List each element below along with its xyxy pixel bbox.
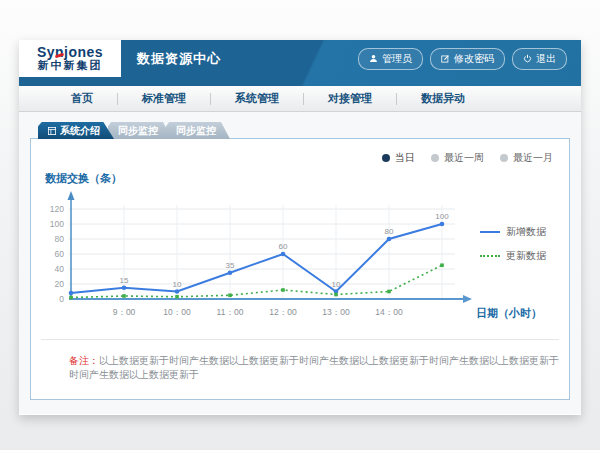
data-point xyxy=(228,270,233,275)
x-tick-label: 10：00 xyxy=(163,307,191,317)
tab-bar: 系统介绍同步监控同步监控 xyxy=(30,112,570,139)
radio-label: 当日 xyxy=(395,151,415,165)
data-point-label: 10 xyxy=(332,280,341,289)
nav-item[interactable]: 数据异动 xyxy=(397,91,489,106)
radio-最近一周[interactable]: 最近一周 xyxy=(431,151,484,165)
logo-text-en: Synjones xyxy=(37,45,103,59)
y-axis-title: 数据交换（条） xyxy=(45,171,122,186)
data-point xyxy=(122,294,126,298)
data-point xyxy=(175,289,180,294)
tab-label: 同步监控 xyxy=(118,124,158,138)
y-tick-label: 0 xyxy=(59,294,64,304)
x-tick-label: 11：00 xyxy=(217,307,244,317)
x-tick-label: 12：00 xyxy=(269,307,297,317)
legend-line-icon xyxy=(480,255,500,257)
y-tick-label: 60 xyxy=(55,249,65,259)
x-axis-title: 日期（小时） xyxy=(476,306,542,321)
header-actions: 管理员修改密码退出 xyxy=(358,40,567,77)
logo-text-cn: 新中新集团 xyxy=(38,59,103,72)
data-point xyxy=(175,295,179,299)
legend-label: 更新数据 xyxy=(506,249,546,263)
y-tick-label: 20 xyxy=(55,279,65,289)
legend-label: 新增数据 xyxy=(506,225,546,239)
data-point xyxy=(281,288,285,292)
button-label: 退出 xyxy=(536,52,556,66)
logo: Synjones 新中新集团 xyxy=(19,40,121,77)
page-title: 数据资源中心 xyxy=(137,40,221,77)
data-point xyxy=(387,290,391,294)
chart-row: 0204060801001209：0010：0011：0012：0013：001… xyxy=(35,187,565,329)
app-window: Synjones 新中新集团 数据资源中心 管理员修改密码退出 首页标准管理系统… xyxy=(19,40,581,415)
x-tick-label: 14：00 xyxy=(375,307,403,317)
admin-button[interactable]: 管理员 xyxy=(358,48,423,70)
legend-item: 更新数据 xyxy=(480,249,546,263)
footnote: 备注：以上数据更新于时间产生数据以上数据更新于时间产生数据以上数据更新于时间产生… xyxy=(41,339,559,382)
footnote-prefix: 备注： xyxy=(69,355,99,366)
data-point xyxy=(69,296,73,300)
main-nav: 首页标准管理系统管理对接管理数据异动 xyxy=(19,86,581,112)
time-range-filter: 当日最近一周最近一月 xyxy=(382,151,553,165)
data-point-label: 80 xyxy=(385,227,394,236)
radio-dot-icon xyxy=(382,154,390,162)
footnote-text: 以上数据更新于时间产生数据以上数据更新于时间产生数据以上数据更新于时间产生数据以… xyxy=(69,355,559,380)
data-point-label: 10 xyxy=(173,280,182,289)
data-point xyxy=(334,293,338,297)
radio-当日[interactable]: 当日 xyxy=(382,151,415,165)
data-point xyxy=(69,291,74,296)
change-password-button[interactable]: 修改密码 xyxy=(430,48,505,70)
x-axis-arrow-icon xyxy=(463,295,472,303)
radio-label: 最近一月 xyxy=(513,151,553,165)
power-icon xyxy=(523,54,532,63)
y-tick-label: 100 xyxy=(50,219,64,229)
nav-item[interactable]: 对接管理 xyxy=(304,91,396,106)
data-point-label: 15 xyxy=(120,276,129,285)
data-point xyxy=(122,285,127,290)
line-chart: 0204060801001209：0010：0011：0012：0013：001… xyxy=(35,187,474,329)
x-tick-label: 9：00 xyxy=(113,307,136,317)
data-point xyxy=(281,252,286,257)
legend-line-icon xyxy=(480,231,500,233)
logout-button[interactable]: 退出 xyxy=(512,48,567,70)
logo-en-label: Synjones xyxy=(37,44,103,60)
legend-item: 新增数据 xyxy=(480,225,546,239)
data-point xyxy=(387,237,392,242)
data-point xyxy=(228,293,232,297)
radio-dot-icon xyxy=(431,154,439,162)
button-label: 修改密码 xyxy=(454,52,494,66)
tab-1[interactable]: 同步监控 xyxy=(108,122,172,139)
data-point-label: 60 xyxy=(279,242,288,251)
data-point-label: 35 xyxy=(226,261,235,270)
page-background: Synjones 新中新集团 数据资源中心 管理员修改密码退出 首页标准管理系统… xyxy=(0,0,600,450)
doc-icon xyxy=(48,127,56,135)
nav-item[interactable]: 标准管理 xyxy=(118,91,210,106)
y-tick-label: 80 xyxy=(55,234,65,244)
app-header: Synjones 新中新集团 数据资源中心 管理员修改密码退出 xyxy=(19,40,581,86)
nav-item[interactable]: 首页 xyxy=(47,91,117,106)
x-tick-label: 13：00 xyxy=(322,307,350,317)
chart-side: 新增数据更新数据 日期（小时） xyxy=(474,187,565,329)
radio-最近一月[interactable]: 最近一月 xyxy=(500,151,553,165)
radio-dot-icon xyxy=(500,154,508,162)
y-axis-arrow-icon xyxy=(68,191,75,200)
nav-item[interactable]: 系统管理 xyxy=(211,91,303,106)
y-tick-label: 40 xyxy=(55,264,65,274)
tab-label: 系统介绍 xyxy=(60,124,100,138)
radio-label: 最近一周 xyxy=(444,151,484,165)
content-area: 系统介绍同步监控同步监控 当日最近一周最近一月 数据交换（条） 02040608… xyxy=(19,112,581,414)
y-tick-label: 120 xyxy=(50,204,64,214)
chart-legend: 新增数据更新数据 xyxy=(480,225,546,263)
button-label: 管理员 xyxy=(382,52,412,66)
data-point xyxy=(440,222,445,227)
data-point-label: 100 xyxy=(435,212,449,221)
tab-2[interactable]: 同步监控 xyxy=(166,122,230,139)
chart-panel: 当日最近一周最近一月 数据交换（条） 0204060801001209：0010… xyxy=(30,138,570,400)
edit-icon xyxy=(441,54,450,63)
tab-0[interactable]: 系统介绍 xyxy=(38,122,114,139)
tab-label: 同步监控 xyxy=(176,124,216,138)
user-icon xyxy=(369,54,378,63)
data-point xyxy=(440,263,444,267)
